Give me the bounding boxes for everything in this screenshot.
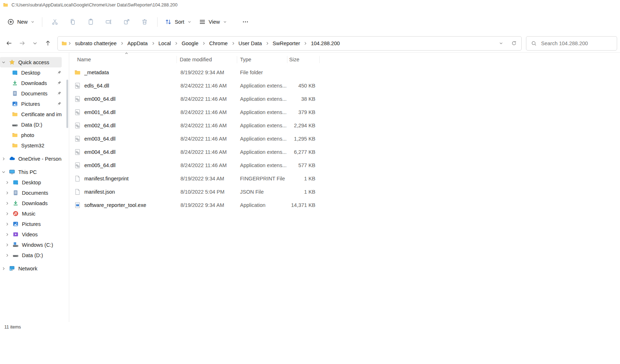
titlebar[interactable]: C:\Users\subra\AppData\Local\Google\Chro…: [0, 0, 620, 10]
chevron-right-icon[interactable]: [5, 222, 13, 226]
file-row-em004-64-dll[interactable]: em004_64.dll8/24/2022 11:46 AMApplicatio…: [72, 145, 620, 159]
file-row-em000-64-dll[interactable]: em000_64.dll8/24/2022 11:46 AMApplicatio…: [72, 92, 620, 105]
sidebar-item-certificate-and-imp[interactable]: Certificate and imp: [0, 109, 62, 119]
breadcrumb-chevron-icon[interactable]: [151, 41, 155, 46]
column-header-type[interactable]: Type: [237, 56, 287, 63]
chevron-right-icon: [1, 266, 6, 271]
sidebar-scrollbar-thumb[interactable]: [66, 80, 68, 128]
sidebar-item-pictures[interactable]: Pictures: [0, 219, 62, 229]
sidebar-item-videos[interactable]: Videos: [0, 229, 62, 240]
file-icon: [74, 189, 81, 195]
sidebar-item-windows-c[interactable]: Windows (C:): [0, 240, 62, 250]
share-button[interactable]: [118, 15, 136, 29]
back-button[interactable]: [3, 37, 15, 50]
sidebar-item-documents[interactable]: Documents: [0, 188, 62, 198]
up-button[interactable]: [42, 37, 54, 50]
sidebar-item-photo[interactable]: photo: [0, 130, 62, 140]
file-row-manifest-json[interactable]: manifest.json8/10/2022 5:04 PMJSON File1…: [72, 185, 620, 198]
sidebar-item-desktop[interactable]: Desktop: [0, 67, 62, 78]
sidebar-item-data-d[interactable]: Data (D:): [0, 250, 62, 260]
rename-button[interactable]: [100, 15, 118, 29]
sidebar-item-onedrive-personal[interactable]: OneDrive - Personal: [0, 153, 62, 164]
copy-button[interactable]: [64, 15, 82, 29]
address-dropdown-button[interactable]: [495, 38, 506, 49]
breadcrumb-chevron-icon[interactable]: [174, 41, 178, 46]
new-button[interactable]: New: [4, 15, 38, 29]
sidebar-item-system32[interactable]: System32: [0, 140, 62, 151]
search-input[interactable]: [541, 41, 613, 46]
chevron-right-icon[interactable]: [5, 191, 13, 195]
sidebar-item-data-d[interactable]: Data (D:): [0, 119, 62, 130]
sidebar-item-music[interactable]: Music: [0, 208, 62, 219]
breadcrumb-chevron-icon[interactable]: [265, 41, 269, 46]
breadcrumb-chevron-icon[interactable]: [231, 41, 235, 46]
chevron-right-icon[interactable]: [5, 243, 13, 247]
file-row-em002-64-dll[interactable]: em002_64.dll8/24/2022 11:46 AMApplicatio…: [72, 119, 620, 132]
breadcrumb-item-chrome[interactable]: Chrome: [206, 39, 231, 48]
file-name: software_reporter_tool.exe: [84, 202, 146, 208]
chevron-down-icon[interactable]: [1, 60, 9, 65]
sidebar-item-downloads[interactable]: Downloads: [0, 198, 62, 208]
breadcrumb-item-user-data[interactable]: User Data: [236, 39, 265, 48]
chevron-right-icon[interactable]: [5, 232, 13, 237]
breadcrumb-item-google[interactable]: Google: [179, 39, 201, 48]
sidebar-item-this-pc[interactable]: This PC: [0, 167, 62, 177]
chevron-right-icon: [5, 212, 9, 216]
forward-button[interactable]: [16, 37, 28, 50]
cut-button[interactable]: [46, 15, 64, 29]
file-date-cell: 8/19/2022 9:34 AM: [177, 202, 237, 208]
music-icon: [13, 211, 19, 217]
column-header-name[interactable]: Name: [72, 56, 177, 63]
column-header-date-modified[interactable]: Date modified: [177, 56, 237, 63]
file-row-manifest-fingerprint[interactable]: manifest.fingerprint8/19/2022 9:34 AMFIN…: [72, 172, 620, 185]
pin-icon: [57, 81, 62, 85]
sidebar-item-label: Desktop: [22, 180, 62, 185]
breadcrumb-chevron-icon[interactable]: [67, 41, 72, 46]
breadcrumb-item-local[interactable]: Local: [156, 39, 174, 48]
chevron-right-icon[interactable]: [1, 266, 9, 271]
sidebar-item-documents[interactable]: Documents: [0, 88, 62, 99]
paste-button[interactable]: [82, 15, 100, 29]
address-bar-controls: [495, 38, 519, 49]
breadcrumb-chevron-icon[interactable]: [120, 41, 124, 46]
breadcrumb-item-appdata[interactable]: AppData: [125, 39, 150, 48]
view-button[interactable]: View: [195, 15, 231, 29]
column-header-size[interactable]: Size: [287, 56, 320, 63]
breadcrumb-chevron-icon[interactable]: [202, 41, 206, 46]
file-name-cell: em005_64.dll: [72, 162, 177, 169]
breadcrumb-item-swreporter[interactable]: SwReporter: [270, 39, 303, 48]
breadcrumb-item-104-288-200[interactable]: 104.288.200: [308, 39, 343, 48]
sort-button-label: Sort: [175, 19, 184, 25]
file-row-software-reporter-tool-exe[interactable]: software_reporter_tool.exe8/19/2022 9:34…: [72, 198, 620, 212]
refresh-button[interactable]: [508, 38, 519, 49]
sidebar-item-desktop[interactable]: Desktop: [0, 177, 62, 188]
chevron-right-icon[interactable]: [5, 253, 13, 257]
sidebar-list: Quick accessDesktopDownloadsDocumentsPic…: [0, 57, 69, 274]
delete-button[interactable]: [136, 15, 154, 29]
file-row-edls-64-dll[interactable]: edls_64.dll8/24/2022 11:46 AMApplication…: [72, 79, 620, 92]
chevron-right-icon[interactable]: [1, 157, 9, 161]
chevron-right-icon[interactable]: [5, 212, 13, 216]
search-box[interactable]: [526, 36, 617, 51]
address-bar[interactable]: subrato chatterjeeAppDataLocalGoogleChro…: [57, 36, 522, 51]
file-row-metadata[interactable]: _metadata8/19/2022 9:34 AMFile folder: [72, 66, 620, 79]
sort-button[interactable]: Sort: [161, 15, 195, 29]
chevron-right-icon[interactable]: [5, 180, 13, 185]
file-row-em001-64-dll[interactable]: em001_64.dll8/24/2022 11:46 AMApplicatio…: [72, 105, 620, 119]
chevron-right-icon[interactable]: [5, 201, 13, 205]
file-row-em003-64-dll[interactable]: em003_64.dll8/24/2022 11:46 AMApplicatio…: [72, 132, 620, 145]
file-row-em005-64-dll[interactable]: em005_64.dll8/24/2022 11:46 AMApplicatio…: [72, 159, 620, 172]
sidebar-item-network[interactable]: Network: [0, 263, 62, 274]
sidebar-item-downloads[interactable]: Downloads: [0, 78, 62, 88]
sidebar-item-label: This PC: [18, 169, 62, 175]
chevron-down-icon[interactable]: [1, 170, 9, 174]
file-type-cell: Application extens...: [237, 123, 287, 128]
sidebar-item-pictures[interactable]: Pictures: [0, 99, 62, 109]
recent-locations-button[interactable]: [29, 37, 41, 50]
see-more-button[interactable]: [236, 15, 254, 29]
breadcrumb-chevron-icon[interactable]: [303, 41, 307, 46]
sidebar-item-quick-access[interactable]: Quick access: [0, 57, 62, 67]
breadcrumb-item-subrato-chatterjee[interactable]: subrato chatterjee: [72, 39, 119, 48]
back-arrow-icon: [6, 40, 13, 47]
file-size-cell: 1 KB: [287, 189, 320, 195]
